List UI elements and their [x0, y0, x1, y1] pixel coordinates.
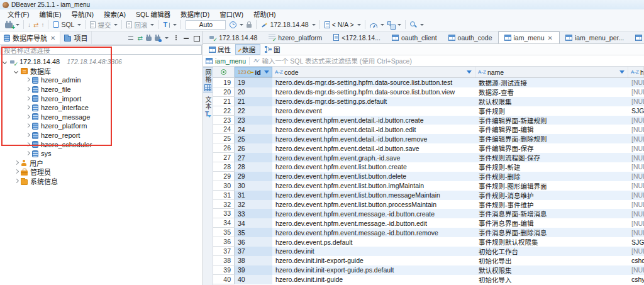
rollback-button[interactable]: 回滚	[125, 20, 149, 30]
tree-item[interactable]: hzero_message	[0, 113, 203, 122]
connect-dropdown[interactable]	[165, 37, 169, 39]
dashboard-dropdown[interactable]	[380, 24, 384, 26]
cell-code[interactable]: hzero.dev.init	[272, 247, 475, 256]
menu-item[interactable]: 帮助(H)	[248, 9, 281, 19]
fetch-prev-icon[interactable]: ↓	[26, 21, 32, 28]
cell-id[interactable]: 33	[235, 209, 272, 218]
fetch-next-icon[interactable]: ⇄	[32, 21, 40, 28]
cell-name[interactable]: 事件规则-图形编辑界面	[475, 181, 628, 191]
tab-projects[interactable]: 项目	[60, 31, 92, 44]
cell-code[interactable]: hzero.dev.event.hpfm.event.list.button.c…	[272, 162, 475, 172]
column-header-name[interactable]: A-Z name	[475, 67, 628, 77]
cell-id[interactable]: 28	[235, 162, 272, 172]
tab-database-navigator[interactable]: 数据库导航 ✕	[0, 31, 60, 44]
object-subtab[interactable]: 图	[260, 44, 285, 55]
tree-item[interactable]: hzero_file	[0, 85, 203, 94]
link-with-editor-icon[interactable]: ⇄	[138, 35, 143, 42]
menu-item[interactable]: 编辑(E)	[34, 9, 66, 19]
presentation-tab[interactable]: 网格	[203, 67, 213, 93]
search-button[interactable]	[408, 21, 419, 29]
row-number[interactable]: 30	[213, 181, 235, 191]
cell-name[interactable]: 默认权限集	[475, 97, 628, 106]
menu-item[interactable]: SQL 编辑器	[131, 9, 175, 19]
cell-code[interactable]: hzero.dev.event.hpfm.event.detail.-id.bu…	[272, 134, 475, 143]
menu-item[interactable]: 导航(N)	[66, 9, 99, 19]
cell-h[interactable]: [NULL]	[628, 87, 644, 97]
cell-h[interactable]: cshyd	[628, 275, 644, 284]
presentation-tab[interactable]: 文本	[203, 95, 213, 120]
editor-tab[interactable]: oauth_code	[443, 31, 498, 43]
cell-id[interactable]: 29	[235, 172, 272, 181]
cell-code[interactable]: hzero.dev.event.hpfm.event.list.button.m…	[272, 191, 475, 200]
row-number[interactable]: 37	[213, 247, 235, 256]
cell-id[interactable]: 34	[235, 218, 272, 228]
editor-tab[interactable]: iam_menu_per...	[560, 31, 630, 43]
connection-filter-input[interactable]: 按名称过滤连接	[1, 45, 202, 55]
fetch-all-icon[interactable]: ↑	[40, 21, 45, 28]
editor-tab[interactable]: 172.18.14.48	[203, 31, 263, 43]
er-diagram-button[interactable]	[386, 21, 396, 29]
chevron-icon[interactable]	[26, 106, 30, 109]
menu-item[interactable]: 文件(F)	[3, 9, 34, 19]
connect-to-database-icon[interactable]	[155, 36, 160, 41]
object-subtab[interactable]: 数据	[235, 44, 260, 55]
cell-code[interactable]: hzero.dev.event.hpfm.event.list.button.p…	[272, 200, 475, 210]
cell-h[interactable]: [NULL]	[628, 134, 644, 143]
cell-name[interactable]: 事件规则-删除	[475, 172, 628, 181]
sql-editor-dropdown[interactable]	[77, 24, 81, 26]
cell-code[interactable]: hzero.dev.ds-mgr.ds-setting.ps.default	[272, 97, 475, 106]
tree-item[interactable]: 172.18.14.48 172.18.14.48:3306	[0, 57, 203, 67]
row-number[interactable]: 26	[213, 143, 235, 153]
er-diagram-dropdown[interactable]	[397, 24, 401, 26]
cell-name[interactable]: 事件编辑界面-删除规则	[475, 134, 628, 143]
cell-code[interactable]: hzero.dev.event.hpfm.event.detail.-id.bu…	[272, 125, 475, 134]
row-number[interactable]: 22	[213, 106, 235, 116]
cell-h[interactable]: [NULL]	[628, 143, 644, 153]
chevron-icon[interactable]	[26, 78, 30, 82]
transaction-log-dropdown[interactable]	[240, 24, 243, 26]
editor-tab[interactable]: iam_u...	[630, 31, 644, 43]
collapse-all-icon[interactable]	[128, 35, 135, 42]
cell-name[interactable]: 事件消息界面-编辑	[475, 218, 628, 228]
row-number[interactable]: 38	[213, 256, 235, 265]
tree-item[interactable]: 系统信息	[0, 177, 203, 186]
object-subtab[interactable]: 属性	[204, 44, 235, 55]
menu-item[interactable]: 窗口(W)	[214, 9, 248, 19]
entity-chip[interactable]: iam_menu	[206, 57, 246, 65]
cell-code[interactable]: hzero.dev.init.init-export-guide	[272, 256, 475, 265]
cell-code[interactable]: hzero.dev.ds-mgr.ds-setting.hpfm.data-so…	[272, 87, 475, 97]
cell-h[interactable]: [NULL]	[628, 97, 644, 106]
minimize-icon[interactable]	[183, 35, 190, 42]
row-number[interactable]: 25	[213, 134, 235, 143]
cell-id[interactable]: 31	[235, 191, 272, 200]
cell-name[interactable]: 数据源-测试连接	[475, 78, 628, 87]
expand-arrows-icon[interactable]: ↗↙	[253, 58, 258, 64]
cell-id[interactable]: 38	[235, 256, 272, 265]
cell-code[interactable]: hzero.dev.ds-mgr.ds-setting.hpfm.data-so…	[272, 78, 475, 87]
readonly-toggle[interactable]	[245, 21, 253, 28]
row-number[interactable]: 28	[213, 162, 235, 172]
active-connection-dropdown[interactable]	[312, 24, 316, 26]
cell-name[interactable]: 初始化工作台	[475, 247, 628, 256]
cell-code[interactable]: hzero.dev.event	[272, 106, 475, 116]
select-all-header[interactable]	[213, 67, 235, 77]
cell-id[interactable]: 39	[235, 265, 272, 275]
chevron-icon[interactable]	[26, 87, 30, 91]
cell-id[interactable]: 26	[235, 143, 272, 153]
row-number[interactable]: 32	[213, 200, 235, 210]
cell-name[interactable]: 事件编辑界面-新建规则	[475, 116, 628, 125]
cell-name[interactable]: 事件规则	[475, 106, 628, 116]
column-header-id[interactable]: 123 id	[235, 67, 272, 77]
cell-code[interactable]: hzero.dev.init.init-guide	[272, 275, 475, 284]
tree-item[interactable]: 数据库	[0, 67, 203, 76]
menu-item[interactable]: 数据库(D)	[175, 9, 214, 19]
cell-code[interactable]: hzero.dev.event.hpfm.event.detail.-id.bu…	[272, 116, 475, 125]
cell-h[interactable]: cshdcy	[628, 256, 644, 265]
row-number[interactable]: 21	[213, 97, 235, 106]
cell-code[interactable]: hzero.dev.event.ps.default	[272, 237, 475, 247]
cell-id[interactable]: 32	[235, 200, 272, 210]
row-number[interactable]: 33	[213, 209, 235, 218]
row-number[interactable]: 27	[213, 153, 235, 162]
row-number[interactable]: 23	[213, 116, 235, 125]
cell-h[interactable]: [NULL]	[628, 228, 644, 237]
